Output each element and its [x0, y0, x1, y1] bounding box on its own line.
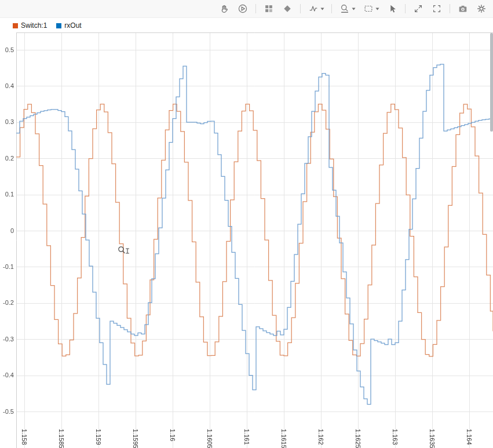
y-tick-label: -0.4 [0, 371, 14, 378]
restore-view-icon[interactable] [412, 3, 424, 14]
chevron-down-icon[interactable] [352, 8, 356, 10]
layout-grid-icon[interactable] [263, 3, 275, 14]
x-tick-label: 1.1635 [429, 429, 436, 448]
chevron-down-icon[interactable] [375, 8, 379, 10]
y-tick-label: 0.1 [0, 191, 14, 198]
legend-color-swatch [13, 23, 18, 28]
x-tick-label: 1.1595 [132, 429, 139, 448]
toolbar-separator [255, 4, 256, 13]
y-tick-label: -0.5 [0, 408, 14, 415]
y-tick-label: -0.2 [0, 299, 14, 306]
chevron-down-icon[interactable] [320, 8, 324, 10]
signal-trigger-icon[interactable] [308, 3, 319, 14]
x-tick-label: 1.16 [169, 429, 176, 441]
zoom-cursor-icon [118, 246, 130, 257]
x-tick-label: 1.1585 [58, 429, 65, 448]
span-select-icon[interactable] [363, 3, 374, 14]
y-tick-label: 0.5 [0, 46, 14, 53]
toolbar-separator [300, 4, 301, 13]
y-tick-label: 0 [0, 227, 14, 234]
y-tick-label: 0.2 [0, 155, 14, 162]
settings-gear-icon[interactable] [476, 3, 487, 14]
toolbar-separator [331, 4, 332, 13]
legend-item-rxout[interactable]: rxOut [56, 21, 81, 30]
legend-item-switch1[interactable]: Switch:1 [13, 21, 47, 30]
pointer-icon[interactable] [386, 3, 398, 14]
x-tick-label: 1.161 [243, 429, 250, 445]
zoom-icon[interactable] [339, 3, 350, 14]
plot-canvas[interactable] [0, 0, 493, 448]
legend: Switch:1 rxOut [0, 19, 493, 32]
x-tick-label: 1.158 [21, 429, 28, 445]
x-tick-label: 1.162 [317, 429, 324, 445]
x-tick-label: 1.159 [95, 429, 102, 445]
toolbar-separator [405, 4, 406, 13]
x-tick-label: 1.164 [466, 429, 473, 445]
legend-color-swatch [56, 23, 61, 28]
span-select-group [363, 3, 379, 14]
legend-label: Switch:1 [21, 21, 47, 30]
toolbar-separator [450, 4, 450, 13]
camera-icon[interactable] [457, 3, 469, 14]
scope-window: Switch:1 rxOut 0.50.40.30.20.10-0.1-0.2-… [0, 0, 493, 448]
run-icon[interactable] [237, 3, 249, 14]
legend-label: rxOut [64, 21, 81, 30]
y-tick-label: 0.3 [0, 118, 14, 125]
x-tick-label: 1.1615 [280, 429, 287, 448]
y-tick-label: 0.4 [0, 82, 14, 89]
vertical-scrollbar-thumb[interactable] [490, 33, 493, 132]
x-tick-label: 1.163 [392, 429, 399, 445]
x-tick-label: 1.1605 [206, 429, 213, 448]
y-tick-label: -0.1 [0, 263, 14, 270]
x-tick-label: 1.1625 [355, 429, 361, 448]
scope-toolbar [0, 0, 493, 18]
signal-trigger-group [308, 3, 324, 14]
y-tick-label: -0.3 [0, 336, 14, 343]
fullscreen-icon[interactable] [431, 3, 443, 14]
zoom-group [339, 3, 356, 14]
highlight-icon[interactable] [282, 3, 293, 14]
pan-icon[interactable] [218, 3, 230, 14]
